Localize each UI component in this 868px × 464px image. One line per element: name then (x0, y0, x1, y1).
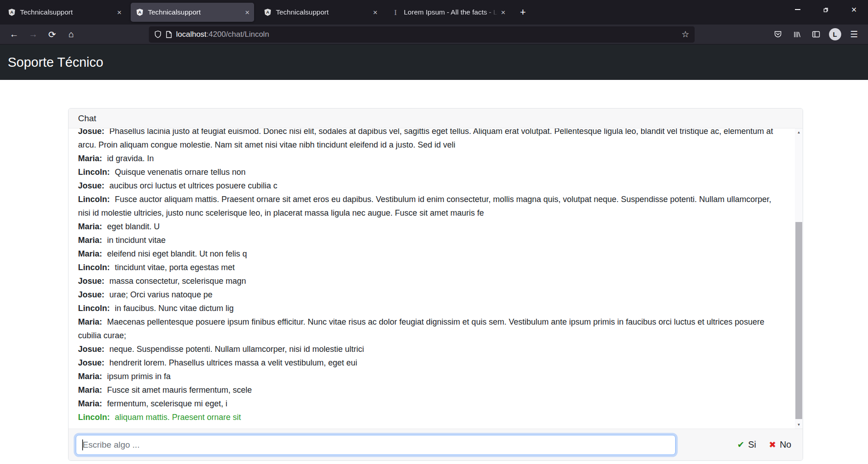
page-body: Chat Josue: Phasellus lacinia justo at f… (0, 80, 868, 464)
chat-message-author: Josue: (78, 290, 104, 299)
account-avatar[interactable]: L (825, 27, 844, 42)
page-title: Soporte Técnico (8, 55, 103, 70)
chat-message-author: Maria: (78, 399, 102, 408)
angular-icon: A (263, 8, 272, 17)
url-path: :4200/chat/Lincoln (206, 30, 269, 39)
tab-close-icon[interactable]: × (245, 9, 250, 16)
tab-title: Technicalsupport (20, 8, 114, 16)
browser-titlebar: A Technicalsupport × A Technicalsupport … (0, 0, 868, 25)
restore-icon (823, 7, 829, 13)
bookmark-star-icon[interactable]: ☆ (682, 29, 689, 39)
no-button[interactable]: ✖No (769, 439, 792, 450)
text-caret (82, 439, 83, 450)
new-tab-button[interactable]: + (515, 7, 531, 17)
shield-icon[interactable] (154, 30, 162, 38)
tab-technicalsupport-2-active[interactable]: A Technicalsupport × (131, 3, 254, 22)
chat-message-author: Maria: (78, 236, 102, 245)
chat-message-list: Josue: Phasellus lacinia justo at feugia… (78, 128, 782, 424)
yes-button-label: Si (748, 439, 756, 450)
chat-message-author: Maria: (78, 385, 102, 395)
back-button[interactable]: ← (5, 27, 24, 42)
chat-message-area[interactable]: Josue: Phasellus lacinia justo at feugia… (69, 128, 803, 429)
chat-message-author: Lincoln: (78, 304, 110, 313)
no-button-label: No (780, 439, 791, 450)
tab-technicalsupport-3[interactable]: A Technicalsupport × (259, 3, 382, 22)
chat-message: Josue: aucibus orci luctus et ultrices p… (78, 179, 782, 193)
url-text[interactable]: localhost:4200/chat/Lincoln (176, 30, 682, 39)
chat-message: Lincoln: tincidunt vitae, porta egestas … (78, 261, 782, 274)
chat-message: Josue: urae; Orci varius natoque pe (78, 288, 782, 301)
close-icon: × (851, 5, 857, 15)
page-info-icon[interactable] (166, 31, 172, 38)
window-controls: × (784, 0, 868, 19)
chat-message: Josue: hendrerit lorem. Phasellus ultric… (78, 356, 782, 370)
scroll-down-icon: ▼ (797, 423, 801, 427)
chat-message-author: Maria: (78, 372, 102, 381)
chat-message-author: Lincoln: (78, 263, 110, 272)
forward-button[interactable]: → (24, 27, 43, 42)
home-button[interactable]: ⌂ (62, 27, 81, 42)
reload-button[interactable]: ⟳ (43, 27, 62, 42)
chat-message-author: Maria: (78, 317, 102, 326)
scroll-up-button[interactable]: ▲ (795, 128, 803, 136)
tab-title: Lorem Ipsum - All the facts - Lip (404, 8, 498, 16)
scrollbar-thumb[interactable] (795, 222, 802, 419)
angular-icon: A (135, 8, 144, 17)
chat-message: Josue: massa consectetur, scelerisque ma… (78, 274, 782, 288)
tab-title: Technicalsupport (148, 8, 242, 16)
chat-message: Maria: Fusce sit amet mauris fermentum, … (78, 383, 782, 397)
browser-toolbar: ← → ⟳ ⌂ localhost:4200/chat/Lincoln ☆ L … (0, 25, 868, 44)
restore-button[interactable] (812, 0, 840, 19)
tab-close-icon[interactable]: × (373, 9, 378, 16)
check-icon: ✔ (737, 439, 745, 450)
menu-icon[interactable]: ☰ (844, 27, 863, 42)
chat-message: Lincoln: aliquam mattis. Praesent ornare… (78, 410, 782, 424)
chat-scrollbar[interactable]: ▲ ▼ (795, 128, 803, 429)
chat-message: Lincoln: Quisque venenatis ornare tellus… (78, 165, 782, 179)
chat-message: Maria: eget blandit. U (78, 220, 782, 233)
tab-close-icon[interactable]: × (501, 9, 505, 16)
svg-text:A: A (138, 10, 141, 15)
tab-title: Technicalsupport (276, 8, 370, 16)
chat-message: Maria: in tincidunt vitae (78, 233, 782, 247)
footer-actions: ✔Si ✖No (737, 439, 791, 450)
minimize-button[interactable] (784, 0, 812, 19)
url-bar[interactable]: localhost:4200/chat/Lincoln ☆ (149, 26, 695, 43)
chat-message-author: Josue: (78, 181, 104, 190)
app-header: Soporte Técnico (0, 44, 868, 80)
chat-message-author: Lincoln: (78, 195, 110, 204)
chat-input[interactable] (76, 435, 676, 455)
chat-message: Maria: id gravida. In (78, 152, 782, 165)
chat-message-author: Josue: (78, 358, 104, 367)
chat-message-author: Lincoln: (78, 413, 110, 422)
library-icon[interactable] (787, 27, 806, 42)
close-window-button[interactable]: × (840, 0, 868, 19)
sidebar-icon[interactable] (806, 27, 825, 42)
url-host: localhost (176, 30, 206, 39)
chat-message-author: Maria: (78, 222, 102, 231)
scroll-down-button[interactable]: ▼ (795, 421, 803, 429)
angular-icon: A (7, 8, 16, 17)
pocket-icon[interactable] (768, 27, 787, 42)
toolbar-right-icons: L ☰ (768, 27, 863, 42)
cross-icon: ✖ (769, 439, 776, 450)
yes-button[interactable]: ✔Si (737, 439, 756, 450)
tab-strip: A Technicalsupport × A Technicalsupport … (0, 0, 531, 25)
chat-footer: ✔Si ✖No (69, 429, 803, 460)
chat-message: Maria: fermentum, scelerisque mi eget, i (78, 397, 782, 410)
tab-lorem-ipsum[interactable]: I Lorem Ipsum - All the facts - Lip × (387, 3, 510, 22)
chat-message-author: Josue: (78, 276, 104, 286)
svg-text:A: A (10, 10, 13, 15)
ibeam-icon: I (391, 8, 400, 17)
scroll-up-icon: ▲ (797, 131, 801, 134)
chat-card-title: Chat (78, 114, 96, 123)
chat-input-wrap (76, 435, 676, 455)
chat-message-author: Josue: (78, 128, 104, 136)
tab-close-icon[interactable]: × (117, 9, 122, 16)
account-letter: L (829, 28, 841, 40)
tab-technicalsupport-1[interactable]: A Technicalsupport × (3, 3, 126, 22)
chat-message: Josue: Phasellus lacinia justo at feugia… (78, 128, 782, 152)
chat-message: Lincoln: in faucibus. Nunc vitae dictum … (78, 301, 782, 315)
chat-card: Chat Josue: Phasellus lacinia justo at f… (68, 108, 803, 461)
chat-message-author: Josue: (78, 345, 104, 354)
